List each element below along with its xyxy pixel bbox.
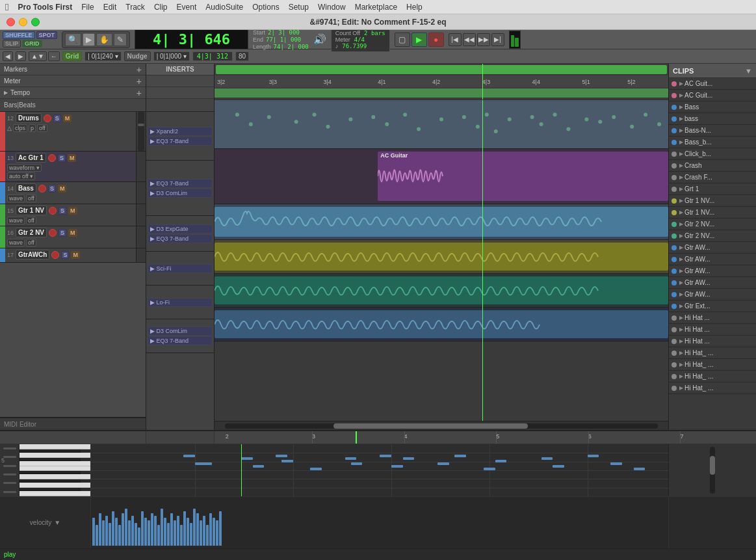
clip-item[interactable]: ▶Gtr 1 NV... xyxy=(669,207,756,219)
track-gtr1nv-off[interactable]: off xyxy=(26,217,36,224)
h-scrollbar[interactable] xyxy=(215,421,668,430)
track-drums-m[interactable]: M xyxy=(63,114,72,122)
menu-options[interactable]: Options xyxy=(252,3,279,12)
clip-item[interactable]: ▶Hi Hat ... xyxy=(669,336,756,347)
clip-item[interactable]: ▶Gtr 2 NV... xyxy=(669,230,756,242)
clip-item[interactable]: ▶Bass-N... xyxy=(669,125,756,137)
grid-value-display[interactable]: | 0|1|240 ▾ xyxy=(85,51,121,61)
velocity-dropdown[interactable]: ▼ xyxy=(54,519,60,526)
menu-window[interactable]: Window xyxy=(318,3,346,12)
track-gtr1nv-rec[interactable] xyxy=(49,207,57,215)
slip-button[interactable]: SLIP xyxy=(3,40,21,47)
record-button[interactable]: ● xyxy=(428,33,444,47)
track-gtr2nv-s[interactable]: S xyxy=(59,229,66,237)
back-btn[interactable]: ◀ xyxy=(3,51,13,61)
clip-item[interactable]: ▶Hi Hat ... xyxy=(669,312,756,324)
menu-clip[interactable]: Clip xyxy=(154,3,168,12)
clip-item[interactable]: ▶Gtr AW... xyxy=(669,254,756,265)
track-gtr1nv-name-btn[interactable]: Gtr 1 NV xyxy=(16,206,47,215)
track-gtr2nv-off[interactable]: off xyxy=(26,239,36,247)
track-drums-s[interactable]: S xyxy=(53,114,61,122)
menu-edit[interactable]: Edit xyxy=(103,3,117,12)
track-gtraWch-m[interactable]: M xyxy=(71,251,80,259)
clip-item[interactable]: ▶Hi Hat_ ... xyxy=(669,382,756,394)
clip-item[interactable]: ▶Click_b... xyxy=(669,148,756,160)
insert-bass-1[interactable]: ▶ D3 ExpGate xyxy=(148,224,213,233)
track-gtr2nv-m[interactable]: M xyxy=(68,229,77,237)
clip-item[interactable]: ▶Gtr 1 NV... xyxy=(669,195,756,207)
menu-event[interactable]: Event xyxy=(177,3,197,12)
nudge-value-display[interactable]: | 0|1|000 ▾ xyxy=(153,51,190,61)
insert-drums-1[interactable]: ▶ Xpand!2 xyxy=(148,127,213,136)
shuffle-button[interactable]: SHUFFLE xyxy=(3,31,35,39)
maximize-button[interactable] xyxy=(31,18,40,26)
track-drums-name-btn[interactable]: Drums xyxy=(16,113,42,123)
clip-item[interactable]: ▶Hi Hat ... xyxy=(669,324,756,336)
track-bass-wave[interactable]: wave xyxy=(7,194,25,202)
clip-item[interactable]: ▶Gtr 2 NV... xyxy=(669,219,756,230)
grid-button[interactable]: GRID xyxy=(22,40,42,47)
track-acgtr1-name-btn[interactable]: Ac Gtr 1 xyxy=(16,153,46,163)
fast-forward-button[interactable]: ▶▶ xyxy=(477,33,490,46)
insert-acgtr1-1[interactable]: ▶ EQ3 7-Band xyxy=(148,179,213,188)
menu-help[interactable]: Help xyxy=(406,3,423,12)
track-bass-s[interactable]: S xyxy=(48,185,56,193)
monitor-icon[interactable]: 🔊 xyxy=(313,33,326,46)
insert-gtraWch-1[interactable]: ▶ D3 ComLim xyxy=(148,327,213,336)
clip-item[interactable]: ▶AC Guit... xyxy=(669,78,756,90)
menu-setup[interactable]: Setup xyxy=(289,3,309,12)
insert-gtr2nv-1[interactable]: ▶ Lo-Fi xyxy=(148,298,213,307)
forward-btn[interactable]: ▶ xyxy=(16,51,26,61)
clip-item[interactable]: ▶bass xyxy=(669,113,756,125)
track-drums-rec[interactable] xyxy=(44,114,51,122)
gtr2nv-clip[interactable] xyxy=(215,276,668,304)
minimize-button[interactable] xyxy=(19,18,27,26)
close-button[interactable] xyxy=(7,18,15,26)
clip-item[interactable]: ▶Gtr AW... xyxy=(669,242,756,254)
track-bass-m[interactable]: M xyxy=(58,185,67,193)
clip-item[interactable]: ▶Gtr AW... xyxy=(669,277,756,289)
zoom-in-v[interactable]: ▲▼ xyxy=(29,51,47,61)
spot-button[interactable]: SPOT xyxy=(36,31,58,39)
menu-file[interactable]: File xyxy=(81,3,94,12)
forward-to-end[interactable]: ▶| xyxy=(491,33,504,46)
clip-item[interactable]: ▶Gtr AW... xyxy=(669,265,756,277)
select-tool[interactable]: ▶ xyxy=(83,33,95,46)
clip-item[interactable]: ▶Gtr AW... xyxy=(669,289,756,300)
apple-menu[interactable]:  xyxy=(5,1,8,12)
markers-add[interactable]: + xyxy=(137,64,142,75)
menu-marketplace[interactable]: Marketplace xyxy=(355,3,397,12)
hand-tool[interactable]: ✋ xyxy=(96,33,112,46)
zoom-tool[interactable]: 🔍 xyxy=(65,33,81,46)
tempo-expand[interactable]: ▶ xyxy=(4,90,8,96)
stop-button[interactable]: ▢ xyxy=(395,33,410,47)
track-gtr1nv-s[interactable]: S xyxy=(59,207,66,215)
rewind-button[interactable]: ◀◀ xyxy=(463,33,476,46)
track-acgtr1-s[interactable]: S xyxy=(58,154,66,162)
gtr1nv-clip[interactable] xyxy=(215,243,668,271)
insert-acgtr1-2[interactable]: ▶ D3 ComLim xyxy=(148,189,213,198)
clips-menu-btn[interactable]: ▼ xyxy=(745,67,752,75)
clip-item[interactable]: ▶Bass_b... xyxy=(669,137,756,148)
track-gtr2nv-rec[interactable] xyxy=(49,229,57,237)
clip-item[interactable]: ▶Bass xyxy=(669,101,756,113)
track-bass-off[interactable]: off xyxy=(26,194,36,202)
track-gtraWch-name-btn[interactable]: GtrAWCh xyxy=(16,250,49,260)
track-gtraWch-s[interactable]: S xyxy=(61,251,69,259)
track-gtraWch-rec[interactable] xyxy=(51,251,59,259)
rewind-to-start[interactable]: |◀ xyxy=(449,33,462,46)
clip-item[interactable]: ▶Crash F... xyxy=(669,172,756,183)
track-acgtr1-waveform[interactable]: waveform ▾ xyxy=(7,164,42,172)
menu-track[interactable]: Track xyxy=(125,3,145,12)
clip-item[interactable]: ▶Hi Hat_ ... xyxy=(669,371,756,382)
play-button[interactable]: ▶ xyxy=(411,33,427,47)
bass-clip[interactable] xyxy=(215,207,668,237)
track-drums-clips-btn[interactable]: clps xyxy=(13,124,27,132)
gtraWch-clip[interactable] xyxy=(215,310,668,338)
track-bass-name-btn[interactable]: Bass xyxy=(16,183,36,193)
track-gtr1nv-m[interactable]: M xyxy=(68,207,77,215)
insert-bass-2[interactable]: ▶ EQ3 7-Band xyxy=(148,234,213,243)
meter-add[interactable]: + xyxy=(137,76,142,87)
clip-item[interactable]: ▶Hi Hat_ ... xyxy=(669,359,756,371)
midi-editor-label[interactable]: MIDI Editor xyxy=(0,417,146,430)
